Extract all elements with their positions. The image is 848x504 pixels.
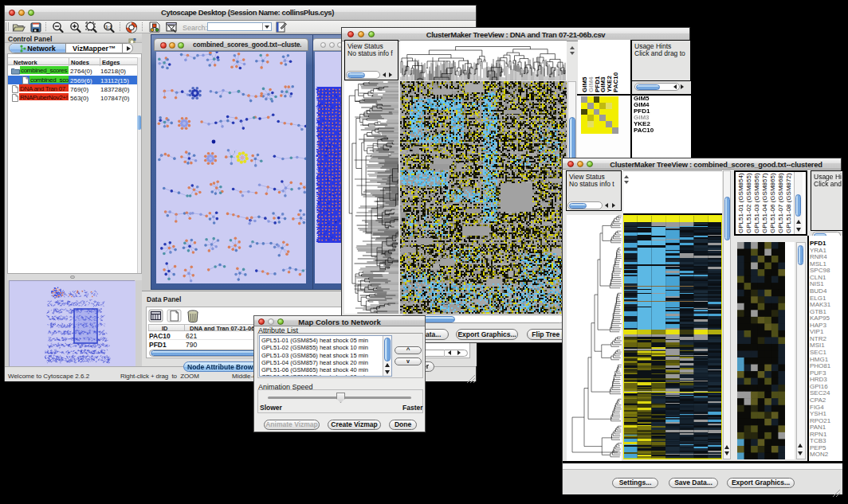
svg-text:1:1: 1:1 <box>105 25 112 29</box>
